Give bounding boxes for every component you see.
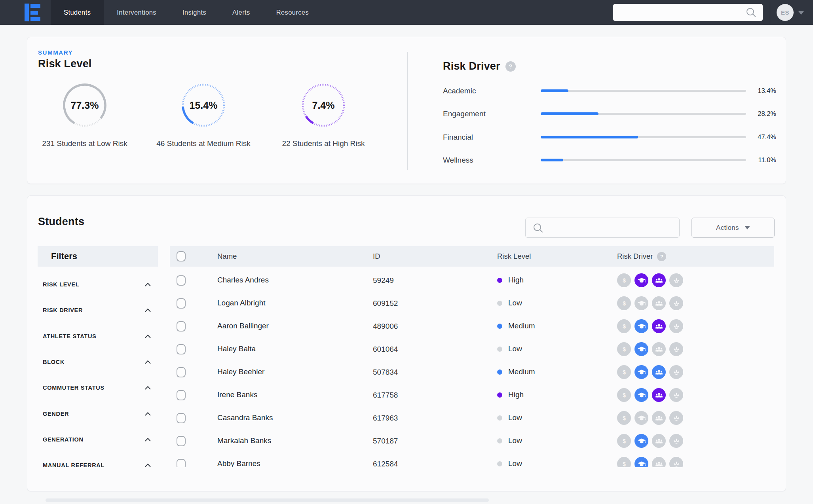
academic-icon <box>634 434 648 448</box>
filter-item-manual-referral[interactable]: MANUAL REFERRAL <box>38 461 158 467</box>
filter-item-label: RISK DRIVER <box>43 307 83 313</box>
risk-level-dot <box>497 278 502 283</box>
filter-item-label: MANUAL REFERRAL <box>43 462 104 467</box>
filters-title: Filters <box>51 251 77 261</box>
row-checkbox[interactable] <box>177 436 186 446</box>
row-checkbox[interactable] <box>177 413 186 423</box>
nav-item-interventions[interactable]: Interventions <box>104 0 169 25</box>
student-id: 617758 <box>373 391 398 400</box>
progress-fill <box>541 159 563 161</box>
wellness-icon <box>669 388 683 402</box>
financial-icon <box>617 388 631 402</box>
chevron-down-icon[interactable] <box>798 11 804 15</box>
horizontal-scrollbar[interactable] <box>46 498 489 502</box>
engagement-icon <box>652 296 666 310</box>
table-row[interactable]: Haley Beehler 507834 Medium <box>170 361 774 384</box>
table-row[interactable]: Irene Banks 617758 High <box>170 384 774 407</box>
chevron-up-icon[interactable] <box>144 308 151 313</box>
nav-item-students[interactable]: Students <box>51 0 104 25</box>
risk-driver-bar-value: 13.4% <box>745 87 776 95</box>
row-checkbox[interactable] <box>177 390 186 400</box>
risk-driver-bar-row: Engagement 28.2% <box>443 106 776 122</box>
student-id: 609152 <box>373 299 398 308</box>
app-logo-icon[interactable] <box>25 4 40 21</box>
risk-driver-icons <box>617 342 687 356</box>
chevron-up-icon[interactable] <box>144 334 151 339</box>
wellness-icon <box>669 434 683 448</box>
row-checkbox[interactable] <box>177 367 186 377</box>
column-header-name[interactable]: Name <box>217 246 237 267</box>
risk-level-donut: 15.4% 46 Students at Medium Risk <box>138 81 269 148</box>
table-row[interactable]: Logan Albright 609152 Low <box>170 292 774 315</box>
row-checkbox[interactable] <box>177 344 186 354</box>
section-divider <box>407 52 408 170</box>
search-icon <box>747 8 754 15</box>
table-row[interactable]: Haley Balta 601064 Low <box>170 338 774 361</box>
filter-item-gender[interactable]: GENDER <box>38 410 158 419</box>
risk-driver-bar-row: Wellness 11.0% <box>443 152 776 168</box>
chevron-up-icon[interactable] <box>144 438 151 442</box>
table-row[interactable]: Charles Andres 59249 High <box>170 269 774 292</box>
chevron-up-icon[interactable] <box>144 463 151 467</box>
financial-icon <box>617 365 631 379</box>
row-checkbox[interactable] <box>177 459 186 467</box>
filter-item-risk-level[interactable]: RISK LEVEL <box>38 280 158 289</box>
nav-item-label: Insights <box>182 9 206 16</box>
wellness-icon <box>669 365 683 379</box>
column-header-risk-driver[interactable]: Risk Driver ? <box>617 246 666 267</box>
academic-icon <box>634 457 648 467</box>
risk-level-title: Risk Level <box>38 58 92 70</box>
nav-item-label: Students <box>64 9 91 16</box>
filter-item-generation[interactable]: GENERATION <box>38 436 158 444</box>
table-row[interactable]: Markalah Banks 570187 Low <box>170 430 774 453</box>
row-checkbox[interactable] <box>177 321 186 332</box>
student-id: 601064 <box>373 345 398 354</box>
nav-item-alerts[interactable]: Alerts <box>219 0 263 25</box>
risk-driver-bar-row: Financial 47.4% <box>443 129 776 145</box>
select-all-checkbox[interactable] <box>177 251 186 261</box>
progress-fill <box>541 89 568 92</box>
wellness-icon <box>669 411 683 425</box>
help-icon[interactable]: ? <box>657 252 666 261</box>
filter-item-label: ATHLETE STATUS <box>43 333 96 339</box>
help-icon[interactable]: ? <box>505 61 516 72</box>
column-header-risk-level[interactable]: Risk Level <box>497 246 531 267</box>
filter-item-risk-driver[interactable]: RISK DRIVER <box>38 306 158 315</box>
nav-item-insights[interactable]: Insights <box>169 0 219 25</box>
academic-icon <box>634 411 648 425</box>
avatar[interactable]: ES <box>777 4 794 21</box>
row-checkbox[interactable] <box>177 298 186 309</box>
student-name: Markalah Banks <box>217 436 271 445</box>
students-search-input[interactable] <box>526 218 679 237</box>
filter-item-block[interactable]: BLOCK <box>38 358 158 367</box>
filter-item-athlete-status[interactable]: ATHLETE STATUS <box>38 332 158 341</box>
chevron-up-icon[interactable] <box>144 282 151 287</box>
students-card: Students Actions Filters RISK LEVEL RISK… <box>27 195 786 491</box>
risk-driver-bar-value: 28.2% <box>745 110 776 117</box>
chevron-up-icon[interactable] <box>144 412 151 416</box>
risk-level-text: Low <box>508 299 522 307</box>
global-search-input[interactable] <box>613 4 763 21</box>
nav-item-resources[interactable]: Resources <box>263 0 322 25</box>
students-search <box>525 218 680 238</box>
chevron-up-icon[interactable] <box>144 360 151 364</box>
financial-icon <box>617 457 631 467</box>
risk-driver-bar-value: 47.4% <box>745 133 776 141</box>
student-id: 489006 <box>373 322 398 331</box>
column-header-id[interactable]: ID <box>373 246 380 267</box>
table-row[interactable]: Abby Barnes 612584 Low <box>170 453 774 467</box>
risk-level-text: Medium <box>508 322 535 330</box>
risk-driver-icons <box>617 273 687 287</box>
table-row[interactable]: Aaron Ballinger 489006 Medium <box>170 315 774 338</box>
table-row[interactable]: Casandra Banks 617963 Low <box>170 407 774 430</box>
academic-icon <box>634 388 648 402</box>
progress-track <box>541 159 746 161</box>
actions-button[interactable]: Actions <box>691 218 775 238</box>
filter-item-commuter-status[interactable]: COMMUTER STATUS <box>38 384 158 392</box>
filter-item-label: COMMUTER STATUS <box>43 385 104 391</box>
filters-header: Filters <box>38 246 158 267</box>
student-name: Casandra Banks <box>217 413 273 422</box>
row-checkbox[interactable] <box>177 275 186 286</box>
chevron-up-icon[interactable] <box>144 386 151 390</box>
students-title: Students <box>38 216 84 228</box>
